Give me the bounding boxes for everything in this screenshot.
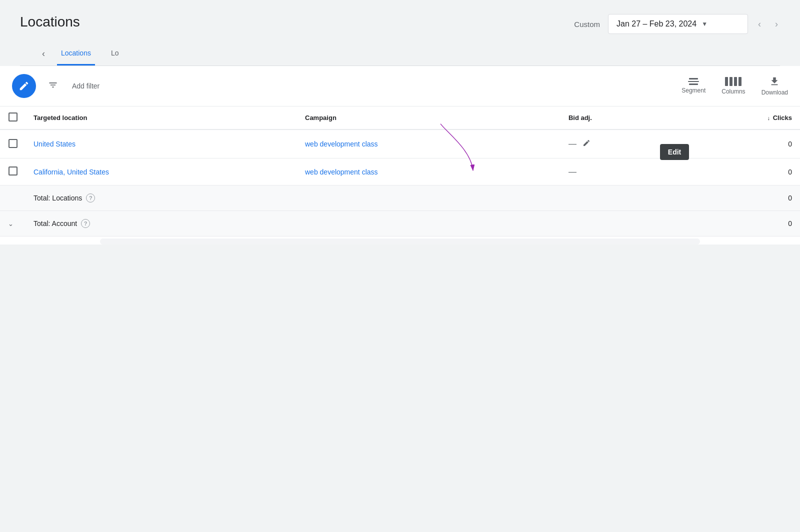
row1-campaign: web development class	[297, 130, 560, 158]
tab-location-options[interactable]: Lo	[107, 42, 123, 66]
download-icon	[769, 76, 780, 87]
total-locations-row: Total: Locations ? 0	[0, 186, 800, 211]
date-custom-label: Custom	[574, 20, 600, 28]
columns-label: Columns	[722, 88, 745, 95]
pencil-icon	[18, 80, 30, 92]
total-locations-checkbox-cell	[0, 186, 26, 211]
total-account-bid-adj	[560, 211, 679, 236]
tab-locations[interactable]: Locations	[57, 42, 95, 66]
total-account-label-cell: Total: Account ?	[26, 211, 560, 236]
total-account-row: ⌄ Total: Account ? 0	[0, 211, 800, 236]
download-button[interactable]: Download	[762, 76, 788, 96]
table-wrapper: Targeted location Campaign Bid adj. ↓ Cl…	[0, 106, 800, 236]
table-header-row: Targeted location Campaign Bid adj. ↓ Cl…	[0, 106, 800, 130]
columns-icon	[725, 77, 742, 86]
page-container: Locations Custom Jan 27 – Feb 23, 2024 ▼…	[0, 0, 800, 532]
scrollbar-hint	[100, 238, 700, 244]
filter-icon[interactable]	[44, 76, 62, 96]
total-account-checkbox-cell: ⌄	[0, 211, 26, 236]
row1-bid-adj: — Edit	[560, 130, 679, 158]
date-picker[interactable]: Jan 27 – Feb 23, 2024 ▼	[608, 14, 748, 34]
row1-edit-pencil-button[interactable]	[580, 138, 592, 150]
sort-arrow-icon: ↓	[768, 115, 770, 121]
prev-date-button[interactable]: ‹	[756, 17, 763, 32]
row2-bid-adj: —	[560, 158, 679, 186]
header-clicks[interactable]: ↓ Clicks	[679, 106, 800, 130]
total-locations-clicks: 0	[679, 186, 800, 211]
tabs-section: ‹ Locations Lo	[20, 42, 780, 66]
table-row: California, United States web developmen…	[0, 158, 800, 186]
total-account-info-icon[interactable]: ?	[81, 219, 90, 228]
row1-checkbox-cell	[0, 130, 26, 158]
table-container: Targeted location Campaign Bid adj. ↓ Cl…	[0, 106, 800, 236]
main-content: Add filter Segment	[0, 66, 800, 244]
date-range-area: Custom Jan 27 – Feb 23, 2024 ▼ ‹ ›	[574, 14, 780, 34]
row2-location: California, United States	[26, 158, 297, 186]
edit-circle-button[interactable]	[12, 74, 36, 98]
segment-button[interactable]: Segment	[682, 78, 706, 94]
toolbar-right: Segment Columns Download	[682, 76, 788, 96]
total-locations-info-icon[interactable]: ?	[86, 194, 95, 202]
expand-icon[interactable]: ⌄	[8, 220, 14, 228]
total-locations-bid-adj	[560, 186, 679, 211]
locations-table: Targeted location Campaign Bid adj. ↓ Cl…	[0, 106, 800, 236]
total-locations-label: Total: Locations ?	[34, 194, 552, 202]
total-locations-label-cell: Total: Locations ?	[26, 186, 560, 211]
total-account-label: Total: Account ?	[34, 219, 552, 228]
pencil-edit-icon	[582, 139, 590, 147]
segment-label: Segment	[682, 87, 706, 94]
select-all-checkbox[interactable]	[8, 112, 18, 122]
date-range-value: Jan 27 – Feb 23, 2024	[616, 20, 696, 28]
page-title: Locations	[20, 14, 80, 30]
header-section: Locations Custom Jan 27 – Feb 23, 2024 ▼…	[0, 0, 800, 66]
toolbar: Add filter Segment	[0, 66, 800, 106]
dropdown-arrow-icon: ▼	[702, 20, 708, 28]
row2-clicks: 0	[679, 158, 800, 186]
row2-checkbox[interactable]	[8, 166, 18, 176]
header-campaign: Campaign	[297, 106, 560, 130]
add-filter-button[interactable]: Add filter	[70, 78, 102, 94]
tab-back-button[interactable]: ‹	[40, 44, 47, 63]
edit-tooltip: Edit	[660, 144, 689, 160]
date-nav-arrows: ‹ ›	[756, 17, 780, 32]
row1-bid-adj-content: — Edit	[568, 138, 671, 150]
row2-campaign: web development class	[297, 158, 560, 186]
next-date-button[interactable]: ›	[773, 17, 780, 32]
header-checkbox-cell	[0, 106, 26, 130]
row2-checkbox-cell	[0, 158, 26, 186]
header-bid-adj: Bid adj.	[560, 106, 679, 130]
segment-icon	[688, 78, 699, 85]
total-account-clicks: 0	[679, 211, 800, 236]
funnel-icon	[48, 80, 58, 90]
download-label: Download	[762, 89, 788, 96]
columns-button[interactable]: Columns	[722, 77, 745, 95]
row1-location: United States	[26, 130, 297, 158]
row1-clicks: 0	[679, 130, 800, 158]
header-targeted-location: Targeted location	[26, 106, 297, 130]
row1-checkbox[interactable]	[8, 139, 18, 148]
table-row: United States web development class —	[0, 130, 800, 158]
